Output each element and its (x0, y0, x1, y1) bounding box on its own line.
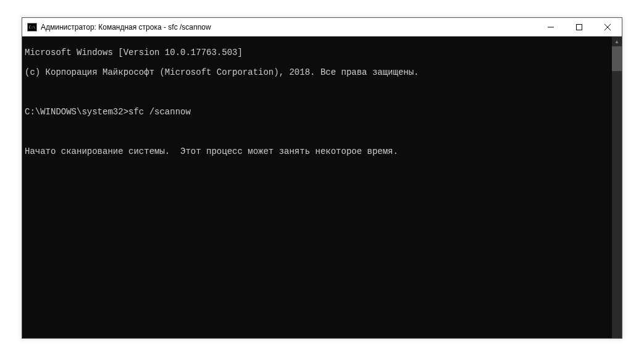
scroll-up-arrow[interactable]: ▲ (612, 36, 622, 46)
scroll-thumb[interactable] (612, 46, 622, 71)
blank-line (25, 127, 609, 137)
prompt-text: C:\WINDOWS\system32> (25, 107, 128, 117)
command-text: sfc /scannow (128, 107, 191, 117)
terminal-output[interactable]: Microsoft Windows [Version 10.0.17763.50… (22, 36, 612, 338)
svg-rect-1 (577, 24, 582, 30)
terminal-area: Microsoft Windows [Version 10.0.17763.50… (22, 36, 622, 338)
window-controls (537, 18, 622, 36)
minimize-button[interactable] (537, 18, 565, 36)
maximize-button[interactable] (565, 18, 593, 36)
status-line: Начато сканирование системы. Этот процес… (25, 146, 609, 156)
cmd-icon (27, 23, 37, 32)
close-button[interactable] (593, 18, 622, 36)
titlebar[interactable]: Администратор: Командная строка - sfc /s… (22, 18, 622, 36)
scrollbar[interactable]: ▲ (612, 36, 622, 338)
version-line: Microsoft Windows [Version 10.0.17763.50… (25, 48, 609, 57)
prompt-line: C:\WINDOWS\system32>sfc /scannow (25, 107, 609, 117)
copyright-line: (c) Корпорация Майкрософт (Microsoft Cor… (25, 67, 609, 77)
command-prompt-window: Администратор: Командная строка - sfc /s… (22, 17, 622, 339)
window-title: Администратор: Командная строка - sfc /s… (41, 23, 537, 32)
blank-line (25, 87, 609, 97)
